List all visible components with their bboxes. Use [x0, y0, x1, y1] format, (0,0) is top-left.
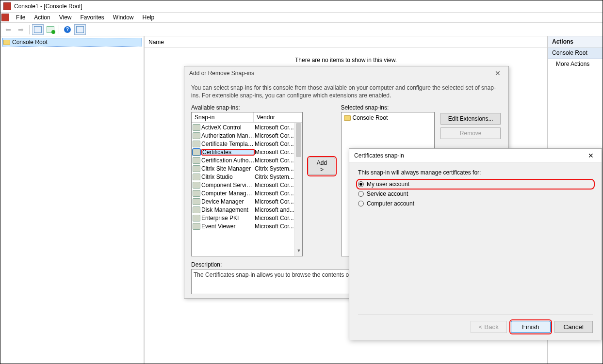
certificates-snapin-dialog: Certificates snap-in ✕ This snap-in will…: [349, 148, 602, 340]
radio-computer-account[interactable]: Computer account: [358, 200, 593, 207]
cert-dialog-titlebar[interactable]: Certificates snap-in ✕: [349, 149, 602, 162]
forward-button[interactable]: ➡: [15, 24, 27, 35]
app-icon: [3, 2, 11, 10]
available-label: Available snap-ins:: [191, 104, 303, 111]
selected-root-item[interactable]: Console Root: [343, 114, 433, 122]
export-button[interactable]: [45, 24, 56, 35]
col-snapin[interactable]: Snap-in: [192, 112, 254, 122]
radio-label: Service account: [367, 190, 408, 197]
snapin-icon: [193, 215, 200, 222]
help-icon: ?: [64, 26, 71, 33]
radio-icon: [358, 191, 364, 197]
available-snapins-list[interactable]: Snap-in Vendor ActiveX ControlMicrosoft …: [191, 112, 303, 256]
radio-my-user-account[interactable]: My user account: [358, 181, 593, 188]
menu-help[interactable]: Help: [139, 13, 159, 22]
snapin-row[interactable]: Device ManagerMicrosoft Cor...: [192, 197, 294, 206]
selected-label: Selected snap-ins:: [341, 104, 435, 111]
snapin-row[interactable]: Event ViewerMicrosoft Cor...: [192, 222, 294, 230]
menu-file[interactable]: File: [12, 13, 29, 22]
certificate-icon: [193, 149, 200, 156]
snapin-icon: [193, 165, 200, 172]
window-titlebar: Console1 - [Console Root]: [0, 0, 603, 12]
cert-question: This snap-in will always manage certific…: [358, 169, 593, 176]
actions-scope[interactable]: Console Root: [548, 47, 603, 59]
snapin-icon: [193, 190, 200, 197]
dialog-close-button[interactable]: ✕: [492, 68, 504, 78]
actions-more[interactable]: More Actions: [548, 59, 603, 69]
tree-pane: Console Root: [0, 36, 145, 364]
menubar: File Action View Favorites Window Help: [0, 12, 603, 23]
snapin-row[interactable]: Citrix Site ManagerCitrix System...: [192, 164, 294, 173]
snapin-row[interactable]: Component ServicesMicrosoft Cor...: [192, 181, 294, 189]
tree-root-label: Console Root: [12, 39, 48, 46]
selected-root-label: Console Root: [353, 114, 388, 121]
snapin-row[interactable]: Disk ManagementMicrosoft and...: [192, 206, 294, 214]
add-button[interactable]: Add >: [309, 158, 335, 175]
help-button[interactable]: ?: [62, 24, 73, 35]
radio-service-account[interactable]: Service account: [358, 190, 593, 197]
cert-dialog-title: Certificates snap-in: [354, 152, 404, 159]
radio-icon: [358, 201, 364, 206]
cancel-button[interactable]: Cancel: [554, 321, 593, 333]
menu-window[interactable]: Window: [109, 13, 138, 22]
finish-button[interactable]: Finish: [511, 321, 551, 333]
snapin-row[interactable]: Authorization ManagerMicrosoft Cor...: [192, 131, 294, 140]
scrollbar[interactable]: ▲ ▼: [294, 123, 302, 256]
actionpane-icon: [76, 26, 84, 33]
snapin-icon: [193, 223, 200, 230]
snapin-row[interactable]: Citrix StudioCitrix System...: [192, 173, 294, 181]
snapin-icon: [193, 132, 200, 139]
menu-action[interactable]: Action: [30, 13, 54, 22]
snapin-row[interactable]: Computer Managem...Microsoft Cor...: [192, 189, 294, 197]
menu-view[interactable]: View: [55, 13, 76, 22]
back-button: < Back: [471, 321, 507, 333]
window-title: Console1 - [Console Root]: [14, 3, 82, 10]
actions-title: Actions: [548, 36, 603, 47]
snapin-icon: [193, 182, 200, 189]
snapin-icon: [193, 124, 200, 131]
dialog-titlebar[interactable]: Add or Remove Snap-ins ✕: [184, 66, 508, 80]
edit-extensions-button[interactable]: Edit Extensions...: [440, 113, 501, 125]
snapin-icon: [193, 141, 200, 147]
scroll-down-icon[interactable]: ▼: [295, 248, 302, 256]
snapin-row[interactable]: Certificate TemplatesMicrosoft Cor...: [192, 140, 294, 148]
remove-button[interactable]: Remove: [440, 127, 501, 139]
snapin-row[interactable]: ActiveX ControlMicrosoft Cor...: [192, 123, 294, 131]
snapin-row[interactable]: Certification AuthorityMicrosoft Cor...: [192, 156, 294, 164]
radio-icon: [358, 181, 364, 187]
back-button[interactable]: ⬅: [2, 24, 14, 35]
dialog-title: Add or Remove Snap-ins: [189, 70, 254, 77]
folder-icon: [3, 40, 10, 45]
cert-dialog-close-button[interactable]: ✕: [585, 151, 597, 160]
account-radio-group: My user account Service account Computer…: [358, 181, 593, 207]
show-hide-tree-button[interactable]: [32, 24, 44, 35]
export-icon: [47, 26, 54, 33]
empty-message: There are no items to show in this view.: [145, 57, 547, 63]
scroll-thumb[interactable]: [296, 123, 301, 157]
col-vendor[interactable]: Vendor: [254, 112, 302, 122]
dialog-description: You can select snap-ins for this console…: [191, 84, 502, 99]
snapin-icon: [193, 174, 200, 180]
menu-favorites[interactable]: Favorites: [77, 13, 108, 22]
toolbar: ⬅ ➡ ?: [0, 23, 603, 36]
snapin-icon: [193, 206, 200, 213]
snapin-icon: [193, 157, 200, 164]
snapin-icon: [193, 198, 200, 205]
tree-root-item[interactable]: Console Root: [2, 38, 142, 47]
snapin-row[interactable]: Enterprise PKIMicrosoft Cor...: [192, 214, 294, 222]
radio-label: My user account: [367, 181, 409, 188]
arrow-left-icon: ⬅: [5, 26, 11, 33]
snapin-row-certificates[interactable]: CertificatesMicrosoft Cor...: [192, 148, 294, 156]
mdi-icon: [1, 14, 9, 21]
toolbar-separator: [29, 25, 30, 34]
folder-icon: [344, 115, 351, 121]
panes-icon: [34, 26, 42, 33]
show-hide-actions-button[interactable]: [74, 24, 86, 35]
column-header-name[interactable]: Name: [145, 36, 547, 48]
arrow-right-icon: ➡: [18, 26, 24, 33]
toolbar-separator: [59, 25, 59, 34]
radio-label: Computer account: [367, 200, 414, 207]
